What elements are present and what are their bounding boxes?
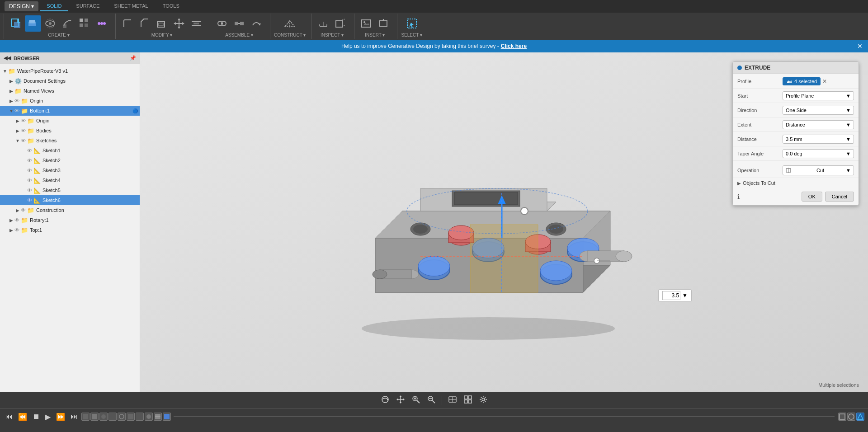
timeline-btn-first[interactable]: ⏮: [4, 412, 14, 422]
eye-icon-bodies[interactable]: 👁: [21, 128, 26, 133]
create-label[interactable]: CREATE ▾: [48, 33, 70, 38]
view-icon-settings[interactable]: [476, 394, 490, 407]
eye-icon-sketch3[interactable]: 👁: [27, 168, 32, 173]
tree-item-root[interactable]: ▼ 📁 WaterPipeRouterV3 v1: [0, 66, 140, 76]
design-dropdown[interactable]: DESIGN ▾: [5, 1, 38, 11]
timeline-btn-next[interactable]: ⏩: [54, 412, 67, 422]
tree-item-sketch3[interactable]: 👁 📐 Sketch3: [0, 165, 140, 175]
create-icon-extrude[interactable]: [25, 15, 41, 32]
create-icon-more[interactable]: [94, 15, 110, 32]
assemble-label[interactable]: ASSEMBLE ▾: [225, 33, 253, 38]
modify-icon-move[interactable]: [171, 15, 187, 32]
inspect-label[interactable]: INSPECT ▾: [321, 33, 344, 38]
view-icon-display[interactable]: [446, 394, 459, 407]
distance-value-input[interactable]: [662, 291, 680, 300]
ok-button[interactable]: OK: [802, 192, 822, 202]
inspect-icon-section[interactable]: [332, 15, 349, 32]
timeline-marker-7[interactable]: [136, 413, 144, 421]
timeline-btn-stop[interactable]: ⏹: [31, 412, 42, 422]
timeline-marker-8[interactable]: [145, 413, 153, 421]
tree-item-construction[interactable]: ▶ 👁 📁 Construction: [0, 205, 140, 215]
eye-icon-bottom1[interactable]: 👁: [14, 108, 19, 113]
modify-icon-shell[interactable]: [154, 15, 170, 32]
profile-selected-badge[interactable]: 4 selected: [783, 77, 821, 85]
tree-item-top1[interactable]: ▶ 👁 📁 Top:1: [0, 225, 140, 235]
create-icon-revolve[interactable]: [42, 15, 58, 32]
modify-icon-chamfer[interactable]: [137, 15, 153, 32]
eye-icon-sketch6[interactable]: 👁: [27, 197, 32, 203]
eye-icon-origin-b1[interactable]: 👁: [21, 118, 26, 123]
extrude-dropdown-direction[interactable]: One Side ▼: [783, 106, 854, 115]
timeline-btn-last[interactable]: ⏭: [69, 412, 80, 422]
extrude-dropdown-distance[interactable]: 3.5 mm ▼: [783, 135, 854, 144]
create-icon-newbody[interactable]: [8, 15, 24, 32]
timeline-shape-active[interactable]: [856, 413, 864, 421]
timeline-marker-2[interactable]: [90, 413, 99, 421]
tree-item-docsettings[interactable]: ▶ ⚙️ Document Settings: [0, 76, 140, 86]
tree-item-sketch4[interactable]: 👁 📐 Sketch4: [0, 175, 140, 185]
tree-item-sketches[interactable]: ▼ 👁 📁 Sketches: [0, 136, 140, 146]
modify-label[interactable]: MODIFY ▾: [151, 33, 172, 38]
view-icon-zoom[interactable]: [409, 394, 423, 407]
timeline-marker-4[interactable]: [108, 413, 117, 421]
assemble-icon-motion[interactable]: [248, 15, 264, 32]
timeline-marker-3[interactable]: [99, 413, 108, 421]
timeline-marker-1[interactable]: [81, 413, 90, 421]
select-icon-select[interactable]: [404, 15, 420, 32]
eye-icon-sketch4[interactable]: 👁: [27, 178, 32, 183]
timeline-marker-9[interactable]: [154, 413, 162, 421]
eye-icon-sketch5[interactable]: 👁: [27, 188, 32, 193]
tree-item-rotary1[interactable]: ▶ 👁 📁 Rotary:1: [0, 215, 140, 225]
distance-dropdown-arrow[interactable]: ▼: [682, 292, 688, 299]
extrude-dropdown-start[interactable]: Profile Plane ▼: [783, 91, 854, 100]
view-icon-pan[interactable]: [394, 394, 407, 407]
browser-collapse-icon[interactable]: ◀◀: [4, 55, 11, 61]
eye-icon-top1[interactable]: 👁: [14, 227, 19, 233]
tree-item-sketch5[interactable]: 👁 📐 Sketch5: [0, 185, 140, 195]
insert-label[interactable]: INSERT ▾: [365, 33, 385, 38]
tree-item-sketch6[interactable]: 👁 📐 Sketch6: [0, 195, 140, 205]
assemble-icon-rigid[interactable]: [231, 15, 247, 32]
tree-item-bottom1[interactable]: ▼ 👁 📁 Bottom:1 🔵: [0, 106, 140, 116]
tree-item-namedviews[interactable]: ▶ 📁 Named Views: [0, 86, 140, 96]
extrude-dropdown-taper[interactable]: 0.0 deg ▼: [783, 149, 854, 158]
eye-icon-sketch1[interactable]: 👁: [27, 148, 32, 153]
tab-tools[interactable]: TOOLS: [156, 1, 186, 11]
construct-icon-plane[interactable]: [282, 15, 298, 32]
tree-item-sketch1[interactable]: 👁 📐 Sketch1: [0, 146, 140, 155]
timeline-btn-prev[interactable]: ⏪: [16, 412, 29, 422]
timeline-marker-10[interactable]: [163, 413, 171, 421]
tree-item-origin-b1[interactable]: ▶ 👁 📁 Origin: [0, 116, 140, 126]
insert-icon-canvas[interactable]: [358, 15, 374, 32]
tab-sheetmetal[interactable]: SHEET METAL: [108, 1, 154, 11]
info-link[interactable]: Click here: [501, 43, 527, 49]
timeline-marker-5[interactable]: [118, 413, 126, 421]
extrude-dropdown-operation[interactable]: Cut ▼: [783, 165, 854, 175]
eye-icon-construction[interactable]: 👁: [21, 207, 26, 213]
inspect-icon-measure[interactable]: [315, 15, 331, 32]
modify-icon-align[interactable]: [188, 15, 204, 32]
tree-item-bodies[interactable]: ▶ 👁 📁 Bodies: [0, 126, 140, 136]
eye-icon-rotary1[interactable]: 👁: [14, 217, 19, 223]
view-icon-zoom-window[interactable]: [425, 394, 438, 407]
view-icon-orbit[interactable]: [378, 394, 392, 407]
tab-solid[interactable]: SOLID: [40, 1, 68, 11]
eye-icon-origin-top[interactable]: 👁: [14, 98, 19, 103]
profile-clear-button[interactable]: ✕: [822, 78, 827, 85]
cancel-button[interactable]: Cancel: [825, 192, 854, 202]
timeline-shape-2[interactable]: [847, 413, 855, 421]
timeline-btn-play[interactable]: ▶: [43, 412, 52, 422]
assemble-icon-joint[interactable]: [214, 15, 230, 32]
select-label[interactable]: SELECT ▾: [401, 33, 422, 38]
eye-icon-sketches[interactable]: 👁: [21, 138, 26, 143]
create-icon-sweep[interactable]: [59, 15, 75, 32]
tree-item-sketch2[interactable]: 👁 📐 Sketch2: [0, 155, 140, 165]
construct-label[interactable]: CONSTRUCT ▾: [274, 33, 306, 38]
create-icon-pattern[interactable]: [76, 15, 93, 32]
modify-icon-fillet[interactable]: [119, 15, 136, 32]
extrude-dropdown-extent[interactable]: Distance ▼: [783, 120, 854, 129]
insert-icon-decal[interactable]: [375, 15, 392, 32]
tree-item-origin-top[interactable]: ▶ 👁 📁 Origin: [0, 96, 140, 106]
timeline-marker-6[interactable]: [127, 413, 135, 421]
info-close-button[interactable]: ✕: [857, 42, 863, 50]
